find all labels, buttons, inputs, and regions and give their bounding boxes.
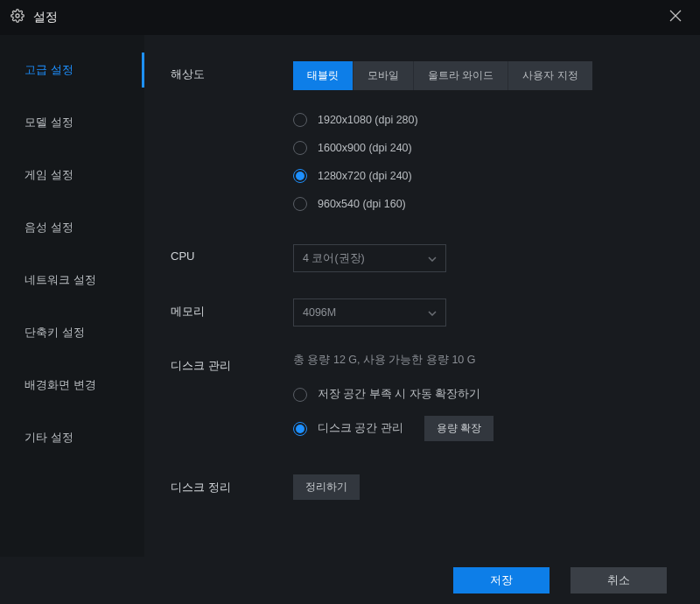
sidebar-item-label: 게임 설정 [24,167,74,183]
sidebar-item-3[interactable]: 음성 설정 [0,201,144,254]
resolution-tab-1[interactable]: 모바일 [354,61,414,90]
sidebar-item-5[interactable]: 단축키 설정 [0,306,144,359]
resolution-tab-3[interactable]: 사용자 지정 [508,61,592,90]
radio-label: 저장 공간 부족 시 자동 확장하기 [318,387,480,402]
sidebar-item-label: 기타 설정 [24,430,74,446]
radio-icon [293,169,307,183]
sidebar-item-2[interactable]: 게임 설정 [0,149,144,201]
radio-icon [293,141,307,155]
disk-expand-button[interactable]: 용량 확장 [424,416,494,441]
chevron-down-icon [428,306,437,319]
resolution-option-3[interactable]: 960x540 (dpi 160) [293,190,674,218]
disk-label: 디스크 관리 [171,353,293,448]
radio-label: 디스크 공간 관리 [318,421,403,436]
cancel-button[interactable]: 취소 [570,567,667,593]
radio-icon [293,388,307,402]
chevron-down-icon [428,252,437,264]
footer: 저장 취소 [0,557,700,604]
sidebar-item-7[interactable]: 기타 설정 [0,411,144,464]
window-title: 설정 [33,10,58,25]
gear-icon [10,9,24,26]
sidebar: 고급 설정모델 설정게임 설정음성 설정네트워크 설정단축키 설정배경화면 변경… [0,35,144,557]
sidebar-item-label: 모델 설정 [24,115,74,130]
close-button[interactable] [662,4,690,32]
disk-option-1[interactable]: 디스크 공간 관리용량 확장 [293,409,674,448]
sidebar-item-6[interactable]: 배경화면 변경 [0,359,144,411]
resolution-label: 해상도 [171,61,293,218]
content-panel: 해상도 태블릿모바일울트라 와이드사용자 지정 1920x1080 (dpi 2… [144,35,700,557]
radio-icon [293,422,307,436]
radio-icon [293,197,307,211]
radio-icon [293,113,307,127]
cpu-select[interactable]: 4 코어(권장) [293,244,446,272]
titlebar: 설정 [0,0,700,35]
resolution-options: 1920x1080 (dpi 280)1600x900 (dpi 240)128… [293,106,674,218]
memory-label: 메모리 [171,298,293,327]
radio-label: 1600x900 (dpi 240) [318,142,412,154]
resolution-tabs: 태블릿모바일울트라 와이드사용자 지정 [293,61,674,90]
save-button[interactable]: 저장 [453,567,550,593]
radio-label: 1920x1080 (dpi 280) [318,114,418,126]
sidebar-item-1[interactable]: 모델 설정 [0,96,144,149]
cpu-select-value: 4 코어(권장) [303,251,365,266]
cleanup-button[interactable]: 정리하기 [293,474,360,500]
disk-info-text: 총 용량 12 G, 사용 가능한 용량 10 G [293,353,674,368]
memory-select-value: 4096M [303,306,336,319]
sidebar-item-label: 고급 설정 [24,62,74,78]
sidebar-item-0[interactable]: 고급 설정 [0,44,144,96]
sidebar-item-label: 음성 설정 [24,220,74,235]
sidebar-item-4[interactable]: 네트워크 설정 [0,254,144,306]
cpu-label: CPU [171,244,293,272]
disk-option-0[interactable]: 저장 공간 부족 시 자동 확장하기 [293,380,674,409]
sidebar-item-label: 단축키 설정 [24,325,85,341]
memory-select[interactable]: 4096M [293,298,446,327]
sidebar-item-label: 배경화면 변경 [24,377,96,393]
close-icon [669,10,682,25]
resolution-option-1[interactable]: 1600x900 (dpi 240) [293,134,674,162]
resolution-option-0[interactable]: 1920x1080 (dpi 280) [293,106,674,134]
sidebar-item-label: 네트워크 설정 [24,272,96,288]
radio-label: 1280x720 (dpi 240) [318,170,412,182]
resolution-tab-2[interactable]: 울트라 와이드 [414,61,508,90]
radio-label: 960x540 (dpi 160) [318,198,406,210]
resolution-tab-0[interactable]: 태블릿 [293,61,354,90]
svg-point-0 [16,14,19,18]
resolution-option-2[interactable]: 1280x720 (dpi 240) [293,162,674,190]
cleanup-label: 디스크 정리 [171,474,293,500]
